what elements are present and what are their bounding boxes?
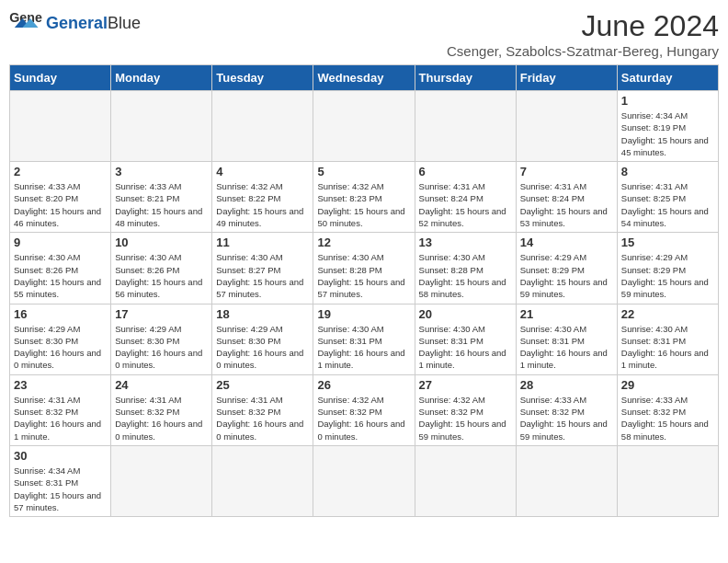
calendar-cell: 21Sunrise: 4:30 AM Sunset: 8:31 PM Dayli… (516, 304, 617, 374)
calendar-cell: 17Sunrise: 4:29 AM Sunset: 8:30 PM Dayli… (111, 304, 212, 374)
day-number: 30 (14, 449, 107, 463)
day-number: 26 (317, 378, 410, 392)
calendar-cell: 18Sunrise: 4:29 AM Sunset: 8:30 PM Dayli… (212, 304, 313, 374)
day-number: 4 (216, 165, 309, 178)
day-info: Sunrise: 4:29 AM Sunset: 8:30 PM Dayligh… (216, 323, 309, 372)
day-number: 22 (621, 307, 714, 321)
calendar-cell: 10Sunrise: 4:30 AM Sunset: 8:26 PM Dayli… (111, 233, 212, 304)
calendar-cell: 7Sunrise: 4:31 AM Sunset: 8:24 PM Daylig… (516, 162, 617, 233)
calendar-cell: 5Sunrise: 4:32 AM Sunset: 8:23 PM Daylig… (313, 162, 415, 233)
calendar-cell: 9Sunrise: 4:30 AM Sunset: 8:26 PM Daylig… (10, 233, 111, 304)
day-info: Sunrise: 4:29 AM Sunset: 8:30 PM Dayligh… (14, 323, 107, 372)
day-number: 1 (621, 94, 714, 108)
day-number: 12 (317, 236, 410, 249)
day-number: 25 (216, 378, 309, 392)
calendar-cell: 8Sunrise: 4:31 AM Sunset: 8:25 PM Daylig… (617, 162, 718, 233)
day-info: Sunrise: 4:32 AM Sunset: 8:23 PM Dayligh… (317, 180, 410, 229)
calendar-cell: 16Sunrise: 4:29 AM Sunset: 8:30 PM Dayli… (10, 304, 111, 374)
calendar-week-row: 1Sunrise: 4:34 AM Sunset: 8:19 PM Daylig… (10, 91, 719, 162)
day-number: 13 (419, 236, 512, 249)
day-info: Sunrise: 4:30 AM Sunset: 8:31 PM Dayligh… (317, 323, 410, 372)
day-info: Sunrise: 4:33 AM Sunset: 8:32 PM Dayligh… (621, 394, 714, 442)
weekday-header-thursday: Thursday (415, 65, 516, 91)
day-number: 10 (115, 236, 208, 249)
day-number: 3 (115, 165, 208, 178)
calendar-cell (111, 445, 212, 516)
calendar-cell (415, 91, 516, 162)
calendar-week-row: 9Sunrise: 4:30 AM Sunset: 8:26 PM Daylig… (10, 233, 719, 304)
day-number: 7 (520, 165, 613, 178)
day-number: 14 (520, 236, 613, 249)
calendar-table: SundayMondayTuesdayWednesdayThursdayFrid… (9, 64, 719, 517)
weekday-header-friday: Friday (516, 65, 617, 91)
day-number: 23 (14, 378, 107, 392)
calendar-cell (212, 91, 313, 162)
day-number: 17 (115, 307, 208, 321)
day-info: Sunrise: 4:32 AM Sunset: 8:32 PM Dayligh… (419, 394, 512, 442)
day-number: 20 (419, 307, 512, 321)
calendar-header-row: SundayMondayTuesdayWednesdayThursdayFrid… (10, 65, 719, 91)
calendar-week-row: 16Sunrise: 4:29 AM Sunset: 8:30 PM Dayli… (10, 304, 719, 374)
calendar-cell: 22Sunrise: 4:30 AM Sunset: 8:31 PM Dayli… (617, 304, 718, 374)
header: General GeneralBlue June 2024 Csenger, S… (9, 9, 719, 59)
day-number: 8 (621, 165, 714, 178)
calendar-cell: 12Sunrise: 4:30 AM Sunset: 8:28 PM Dayli… (313, 233, 415, 304)
day-info: Sunrise: 4:30 AM Sunset: 8:26 PM Dayligh… (14, 251, 107, 300)
day-info: Sunrise: 4:33 AM Sunset: 8:32 PM Dayligh… (520, 394, 613, 442)
weekday-header-sunday: Sunday (10, 65, 111, 91)
title-area: June 2024 Csenger, Szabolcs-Szatmar-Bere… (447, 9, 719, 59)
day-info: Sunrise: 4:30 AM Sunset: 8:27 PM Dayligh… (216, 251, 309, 300)
logo-icon: General (9, 9, 42, 37)
location-subtitle: Csenger, Szabolcs-Szatmar-Bereg, Hungary (447, 43, 719, 59)
calendar-cell (516, 445, 617, 516)
day-info: Sunrise: 4:29 AM Sunset: 8:29 PM Dayligh… (520, 251, 613, 300)
calendar-cell: 4Sunrise: 4:32 AM Sunset: 8:22 PM Daylig… (212, 162, 313, 233)
calendar-cell: 1Sunrise: 4:34 AM Sunset: 8:19 PM Daylig… (617, 91, 718, 162)
calendar-cell: 24Sunrise: 4:31 AM Sunset: 8:32 PM Dayli… (111, 374, 212, 445)
day-info: Sunrise: 4:30 AM Sunset: 8:31 PM Dayligh… (419, 323, 512, 372)
calendar-cell: 11Sunrise: 4:30 AM Sunset: 8:27 PM Dayli… (212, 233, 313, 304)
logo: General GeneralBlue (9, 9, 141, 37)
calendar-cell (617, 445, 718, 516)
day-info: Sunrise: 4:34 AM Sunset: 8:31 PM Dayligh… (14, 465, 107, 513)
calendar-cell: 23Sunrise: 4:31 AM Sunset: 8:32 PM Dayli… (10, 374, 111, 445)
calendar-cell: 6Sunrise: 4:31 AM Sunset: 8:24 PM Daylig… (415, 162, 516, 233)
calendar-cell: 19Sunrise: 4:30 AM Sunset: 8:31 PM Dayli… (313, 304, 415, 374)
day-info: Sunrise: 4:30 AM Sunset: 8:31 PM Dayligh… (520, 323, 613, 372)
day-number: 27 (419, 378, 512, 392)
day-info: Sunrise: 4:31 AM Sunset: 8:32 PM Dayligh… (14, 394, 107, 442)
calendar-cell: 3Sunrise: 4:33 AM Sunset: 8:21 PM Daylig… (111, 162, 212, 233)
day-info: Sunrise: 4:31 AM Sunset: 8:32 PM Dayligh… (216, 394, 309, 442)
weekday-header-saturday: Saturday (617, 65, 718, 91)
day-info: Sunrise: 4:30 AM Sunset: 8:28 PM Dayligh… (317, 251, 410, 300)
weekday-header-monday: Monday (111, 65, 212, 91)
calendar-cell: 27Sunrise: 4:32 AM Sunset: 8:32 PM Dayli… (415, 374, 516, 445)
day-number: 16 (14, 307, 107, 321)
calendar-week-row: 23Sunrise: 4:31 AM Sunset: 8:32 PM Dayli… (10, 374, 719, 445)
day-number: 24 (115, 378, 208, 392)
day-info: Sunrise: 4:32 AM Sunset: 8:32 PM Dayligh… (317, 394, 410, 442)
logo-text: GeneralBlue (46, 15, 141, 31)
day-number: 28 (520, 378, 613, 392)
calendar-cell (415, 445, 516, 516)
calendar-cell: 28Sunrise: 4:33 AM Sunset: 8:32 PM Dayli… (516, 374, 617, 445)
day-info: Sunrise: 4:29 AM Sunset: 8:29 PM Dayligh… (621, 251, 714, 300)
calendar-cell (313, 445, 415, 516)
day-info: Sunrise: 4:34 AM Sunset: 8:19 PM Dayligh… (621, 109, 714, 158)
day-number: 19 (317, 307, 410, 321)
calendar-cell (212, 445, 313, 516)
day-info: Sunrise: 4:31 AM Sunset: 8:24 PM Dayligh… (419, 180, 512, 229)
day-number: 9 (14, 236, 107, 249)
month-year-title: June 2024 (447, 9, 719, 43)
calendar-cell: 14Sunrise: 4:29 AM Sunset: 8:29 PM Dayli… (516, 233, 617, 304)
weekday-header-tuesday: Tuesday (212, 65, 313, 91)
calendar-cell: 15Sunrise: 4:29 AM Sunset: 8:29 PM Dayli… (617, 233, 718, 304)
calendar-cell: 20Sunrise: 4:30 AM Sunset: 8:31 PM Dayli… (415, 304, 516, 374)
day-number: 21 (520, 307, 613, 321)
calendar-cell: 30Sunrise: 4:34 AM Sunset: 8:31 PM Dayli… (10, 445, 111, 516)
day-info: Sunrise: 4:30 AM Sunset: 8:26 PM Dayligh… (115, 251, 208, 300)
calendar-cell: 25Sunrise: 4:31 AM Sunset: 8:32 PM Dayli… (212, 374, 313, 445)
calendar-week-row: 2Sunrise: 4:33 AM Sunset: 8:20 PM Daylig… (10, 162, 719, 233)
calendar-cell (10, 91, 111, 162)
day-info: Sunrise: 4:30 AM Sunset: 8:28 PM Dayligh… (419, 251, 512, 300)
